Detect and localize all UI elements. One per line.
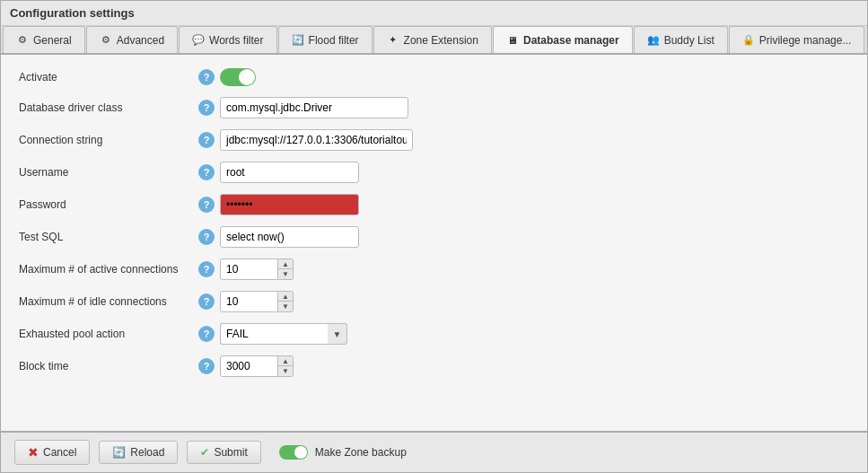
activate-label: Activate: [19, 71, 198, 83]
flood-filter-icon: 🔄: [292, 34, 304, 47]
block-time-spinner: ▲ ▼: [220, 355, 294, 377]
advanced-icon: ⚙: [100, 34, 112, 47]
tab-words-filter[interactable]: 💬 Words filter: [179, 26, 276, 53]
max-idle-conn-help-icon[interactable]: ?: [198, 293, 215, 310]
tab-privilege-manager[interactable]: 🔒 Privilege manage...: [729, 26, 865, 53]
block-time-input[interactable]: [220, 355, 278, 377]
reload-label: Reload: [130, 446, 164, 459]
exhausted-pool-dropdown-button[interactable]: ▼: [328, 323, 347, 345]
tab-words-filter-label: Words filter: [209, 34, 263, 47]
max-idle-conn-up-button[interactable]: ▲: [278, 292, 293, 302]
submit-button[interactable]: ✔ Submit: [187, 441, 260, 464]
username-help-icon[interactable]: ?: [198, 164, 215, 180]
activate-toggle[interactable]: [220, 68, 256, 86]
tab-advanced[interactable]: ⚙ Advanced: [86, 26, 178, 53]
username-label: Username: [19, 166, 198, 179]
footer: ✖ Cancel 🔄 Reload ✔ Submit Make Zone bac…: [1, 431, 867, 472]
test-sql-row: Test SQL ?: [19, 226, 849, 248]
connection-string-help-icon[interactable]: ?: [198, 132, 215, 148]
zone-extension-icon: ✦: [387, 34, 399, 47]
max-active-conn-help-icon[interactable]: ?: [198, 261, 215, 277]
exhausted-pool-help-icon[interactable]: ?: [198, 326, 215, 342]
tab-advanced-label: Advanced: [117, 34, 164, 47]
max-active-conn-spinner-buttons: ▲ ▼: [278, 258, 294, 280]
block-time-help-icon[interactable]: ?: [198, 358, 215, 374]
max-idle-conn-label: Maximum # of idle connections: [19, 295, 198, 308]
username-input[interactable]: [220, 162, 359, 183]
block-time-down-button[interactable]: ▼: [278, 366, 293, 376]
max-active-conn-up-button[interactable]: ▲: [278, 259, 293, 269]
tab-bar: ⚙ General ⚙ Advanced 💬 Words filter 🔄 Fl…: [1, 26, 867, 55]
test-sql-input[interactable]: [220, 226, 359, 248]
password-help-icon[interactable]: ?: [198, 197, 215, 213]
tab-zone-extension[interactable]: ✦ Zone Extension: [373, 26, 492, 53]
max-active-conn-label: Maximum # of active connections: [19, 263, 198, 276]
password-row: Password ?: [19, 194, 849, 215]
tabs-more-button[interactable]: ▶: [865, 26, 867, 53]
block-time-up-button[interactable]: ▲: [278, 356, 293, 366]
reload-icon: 🔄: [112, 446, 126, 459]
password-input[interactable]: [220, 194, 359, 215]
general-icon: ⚙: [16, 34, 29, 47]
max-active-conn-spinner: ▲ ▼: [220, 258, 294, 280]
submit-label: Submit: [214, 446, 247, 459]
max-active-conn-down-button[interactable]: ▼: [278, 269, 293, 279]
tab-general-label: General: [33, 34, 72, 47]
max-active-conn-row: Maximum # of active connections ? ▲ ▼: [19, 258, 849, 280]
connection-string-label: Connection string: [19, 134, 198, 146]
password-label: Password: [19, 198, 198, 211]
exhausted-pool-row: Exhausted pool action ? ▼: [19, 323, 849, 345]
submit-icon: ✔: [200, 446, 209, 459]
test-sql-help-icon[interactable]: ?: [198, 229, 215, 245]
exhausted-pool-label: Exhausted pool action: [19, 328, 198, 340]
max-idle-conn-down-button[interactable]: ▼: [278, 302, 293, 311]
exhausted-pool-select-wrap: ▼: [220, 323, 347, 345]
db-driver-row: Database driver class ?: [19, 97, 849, 118]
tab-buddy-list-label: Buddy List: [664, 34, 715, 47]
tab-zone-extension-label: Zone Extension: [404, 34, 478, 47]
make-backup-wrap: Make Zone backup: [279, 445, 407, 460]
main-window: Configuration settings ⚙ General ⚙ Advan…: [0, 0, 868, 473]
make-backup-toggle[interactable]: [279, 445, 308, 460]
privilege-manager-icon: 🔒: [742, 34, 755, 47]
tab-buddy-list[interactable]: 👥 Buddy List: [634, 26, 728, 53]
activate-row: Activate ?: [19, 68, 849, 86]
max-active-conn-input[interactable]: [220, 258, 278, 280]
tab-flood-filter-label: Flood filter: [309, 34, 359, 47]
block-time-label: Block time: [19, 360, 198, 372]
tab-database-manager[interactable]: 🖥 Database manager: [493, 26, 633, 55]
block-time-row: Block time ? ▲ ▼: [19, 355, 849, 377]
activate-help-icon[interactable]: ?: [198, 69, 215, 85]
max-idle-conn-input[interactable]: [220, 291, 278, 312]
connection-string-input[interactable]: [220, 129, 413, 151]
cancel-label: Cancel: [43, 446, 76, 459]
connection-string-row: Connection string ?: [19, 129, 849, 151]
make-backup-label: Make Zone backup: [315, 446, 407, 459]
username-row: Username ?: [19, 162, 849, 183]
block-time-spinner-buttons: ▲ ▼: [278, 355, 294, 377]
max-idle-conn-row: Maximum # of idle connections ? ▲ ▼: [19, 291, 849, 312]
window-title: Configuration settings: [10, 6, 135, 20]
db-driver-help-icon[interactable]: ?: [198, 100, 215, 116]
max-idle-conn-spinner: ▲ ▼: [220, 291, 294, 312]
form-content: Activate ? Database driver class ? Conne…: [1, 55, 867, 431]
words-filter-icon: 💬: [192, 34, 205, 47]
reload-button[interactable]: 🔄 Reload: [99, 441, 178, 464]
buddy-list-icon: 👥: [647, 34, 660, 47]
database-manager-icon: 🖥: [506, 34, 519, 47]
tab-privilege-manager-label: Privilege manage...: [759, 34, 852, 47]
cancel-button[interactable]: ✖ Cancel: [14, 440, 90, 465]
tab-database-manager-label: Database manager: [523, 34, 619, 47]
max-idle-conn-spinner-buttons: ▲ ▼: [278, 291, 294, 312]
tab-flood-filter[interactable]: 🔄 Flood filter: [278, 26, 373, 53]
db-driver-label: Database driver class: [19, 101, 198, 114]
cancel-icon: ✖: [28, 445, 39, 460]
test-sql-label: Test SQL: [19, 231, 198, 243]
db-driver-input[interactable]: [220, 97, 408, 118]
exhausted-pool-select[interactable]: [220, 323, 328, 345]
title-bar: Configuration settings: [1, 1, 867, 26]
tab-general[interactable]: ⚙ General: [3, 26, 85, 53]
